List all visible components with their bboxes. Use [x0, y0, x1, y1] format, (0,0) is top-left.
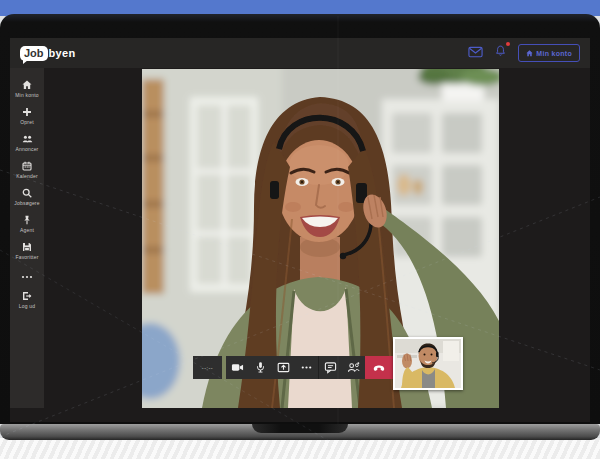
self-view-illustration [395, 339, 461, 388]
sidebar-item-kalender[interactable]: Kalender [10, 158, 44, 182]
sidebar-item-log-ud[interactable]: Log ud [10, 288, 44, 312]
sidebar-label: Favoritter [15, 254, 38, 260]
mail-icon[interactable] [468, 44, 483, 62]
min-konto-label: Min konto [536, 50, 572, 57]
call-controls-secondary [319, 356, 365, 379]
more-icon [300, 361, 313, 374]
microphone-icon [254, 361, 267, 374]
notifications-bell-icon[interactable] [494, 44, 507, 62]
sidebar-label: Annoncer [15, 146, 38, 152]
sidebar-item-agent[interactable]: Agent [10, 212, 44, 236]
sidebar-label: Agent [20, 227, 34, 233]
chat-icon [324, 361, 337, 374]
page: { "window": { "topbar_color": "#5478cd" … [0, 0, 600, 459]
hang-up-button[interactable] [365, 356, 393, 379]
app-header: Job byen Min konto [10, 38, 590, 68]
search-icon [22, 188, 32, 198]
sidebar-item-opret[interactable]: Opret [10, 104, 44, 128]
sidebar: Min konto Opret Annoncer Kalender Jobsøg… [10, 68, 44, 408]
header-actions: Min konto [468, 44, 580, 62]
camera-icon [231, 361, 244, 374]
desk-surface [0, 438, 600, 459]
sidebar-item-more[interactable] [10, 272, 44, 284]
floppy-icon [22, 242, 32, 252]
sidebar-item-favoritter[interactable]: Favoritter [10, 239, 44, 263]
camera-button[interactable] [226, 356, 249, 379]
participants-icon [347, 361, 360, 374]
more-options-button[interactable] [295, 356, 318, 379]
call-timer: --:-- [193, 356, 222, 379]
calendar-icon [22, 161, 32, 171]
jobbyen-logo[interactable]: Job byen [20, 46, 75, 61]
sidebar-label: Min konto [15, 92, 38, 98]
hang-up-icon [372, 361, 386, 375]
share-screen-button[interactable] [272, 356, 295, 379]
sidebar-label: Kalender [16, 173, 38, 179]
people-icon [22, 134, 33, 144]
sidebar-item-min-konto[interactable]: Min konto [10, 77, 44, 101]
app-window: Job byen Min konto [10, 38, 590, 422]
min-konto-button[interactable]: Min konto [518, 44, 580, 62]
call-controls-main [226, 356, 318, 379]
logo-bubble: Job [20, 46, 48, 61]
laptop-base [0, 424, 600, 440]
sidebar-label: Jobsøgere [14, 200, 39, 206]
pin-icon [22, 215, 32, 225]
call-controls-bar: --:-- [193, 356, 393, 379]
home-icon [22, 80, 32, 90]
sidebar-label: Log ud [19, 303, 36, 309]
sidebar-item-jobsoegere[interactable]: Jobsøgere [10, 185, 44, 209]
self-view-video[interactable] [393, 337, 463, 390]
sidebar-item-annoncer[interactable]: Annoncer [10, 131, 44, 155]
more-icon [21, 275, 33, 279]
share-screen-icon [277, 361, 290, 374]
logo-suffix: byen [49, 47, 76, 59]
sidebar-label: Opret [20, 119, 34, 125]
remote-video-feed: --:-- [142, 69, 499, 408]
app-body: Min konto Opret Annoncer Kalender Jobsøg… [10, 68, 590, 422]
main-area: --:-- [44, 68, 590, 422]
laptop-screen: Job byen Min konto [0, 14, 600, 424]
notification-badge [506, 42, 510, 46]
laptop-lid-notch [252, 424, 348, 433]
chat-button[interactable] [319, 356, 342, 379]
participants-button[interactable] [342, 356, 365, 379]
microphone-button[interactable] [249, 356, 272, 379]
plus-icon [22, 107, 32, 117]
home-icon [526, 50, 533, 57]
logout-icon [22, 291, 32, 301]
